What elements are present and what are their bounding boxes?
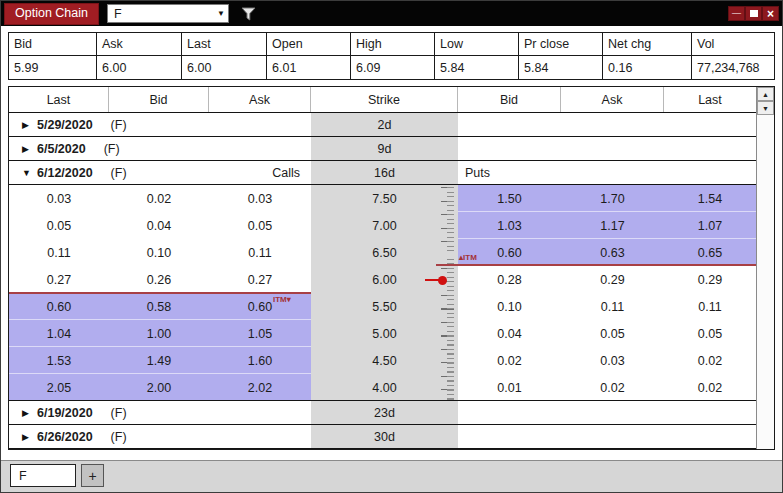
expand-arrow-icon[interactable]: ▶ (22, 120, 37, 130)
call-bid-cell[interactable]: 0.26 (109, 266, 209, 293)
quote-header-net-chg: Net chg (603, 33, 692, 56)
put-ask-cell[interactable]: 1.70 (561, 185, 664, 212)
maximize-button[interactable] (745, 6, 762, 21)
put-ask-cell[interactable]: 0.03 (561, 347, 664, 374)
scroll-down-button[interactable]: ▼ (757, 101, 774, 115)
put-last-cell[interactable]: 0.02 (664, 374, 756, 401)
put-ask-cell[interactable]: 0.29 (561, 266, 664, 293)
put-last-cell[interactable]: 0.65 (664, 239, 756, 266)
add-tab-button[interactable]: + (81, 464, 104, 487)
call-last-cell[interactable]: 0.60 (9, 293, 109, 320)
call-bid-cell[interactable]: 2.00 (109, 374, 209, 401)
call-bid-cell[interactable]: 1.49 (109, 347, 209, 374)
chain-header-call-bid[interactable]: Bid (109, 87, 209, 112)
call-ask-cell[interactable]: 1.60 (209, 347, 311, 374)
puts-label-cell (458, 401, 756, 424)
close-button[interactable]: × (762, 6, 779, 21)
put-ask-cell[interactable]: 0.11 (561, 293, 664, 320)
option-row: 1.531.491.604.500.020.030.02 (9, 347, 756, 374)
call-ask-cell[interactable]: 0.05 (209, 212, 311, 239)
call-bid-cell[interactable]: 0.58 (109, 293, 209, 320)
puts-section-label: Puts (465, 166, 490, 180)
scroll-up-button[interactable]: ▲ (757, 87, 774, 101)
expiration-label: ▶6/19/2020(F) (9, 401, 311, 424)
put-ask-cell[interactable]: 1.17 (561, 212, 664, 239)
expiration-row-6-19-2020[interactable]: ▶6/19/2020(F)23d (9, 400, 756, 425)
call-itm-boundary-line (9, 292, 311, 294)
quote-header-pr-close: Pr close (519, 33, 603, 56)
put-bid-cell[interactable]: 0.04 (458, 320, 561, 347)
put-ask-cell[interactable]: 0.63 (561, 239, 664, 266)
call-last-cell[interactable]: 0.03 (9, 185, 109, 212)
put-bid-cell[interactable]: 1.50 (458, 185, 561, 212)
expand-arrow-icon[interactable]: ▶ (22, 432, 37, 442)
put-last-cell[interactable]: 1.54 (664, 185, 756, 212)
puts-label-cell (458, 137, 756, 160)
put-ask-cell[interactable]: 0.05 (561, 320, 664, 347)
expiration-row-6-5-2020[interactable]: ▶6/5/2020(F)9d (9, 136, 756, 161)
chevron-down-icon: ▼ (217, 9, 225, 18)
option-row: 0.600.580.605.500.100.110.11 (9, 293, 756, 320)
call-last-cell[interactable]: 0.05 (9, 212, 109, 239)
expiration-label: ▶6/26/2020(F) (9, 425, 311, 448)
call-last-cell[interactable]: 2.05 (9, 374, 109, 401)
underlying-symbol: (F) (111, 118, 127, 132)
expand-arrow-icon[interactable]: ▼ (22, 168, 37, 178)
put-last-cell[interactable]: 0.11 (664, 293, 756, 320)
call-last-cell[interactable]: 0.11 (9, 239, 109, 266)
call-last-cell[interactable]: 1.53 (9, 347, 109, 374)
put-bid-cell[interactable]: 0.10 (458, 293, 561, 320)
tab-f[interactable]: F (10, 464, 76, 487)
chain-header-call-last[interactable]: Last (9, 87, 109, 112)
last-price-dot (438, 276, 447, 285)
call-ask-cell[interactable]: 2.02 (209, 374, 311, 401)
call-ask-cell[interactable]: 1.05 (209, 320, 311, 347)
expiration-row-6-12-2020[interactable]: ▼6/12/2020(F)Calls16dPuts (9, 160, 756, 185)
days-to-expiration: 9d (311, 137, 458, 160)
put-bid-cell[interactable]: 0.01 (458, 374, 561, 401)
put-last-cell[interactable]: 0.29 (664, 266, 756, 293)
call-ask-cell[interactable]: 0.03 (209, 185, 311, 212)
quote-value-last: 6.00 (182, 56, 267, 79)
call-bid-cell[interactable]: 1.00 (109, 320, 209, 347)
chain-header-call-ask[interactable]: Ask (209, 87, 311, 112)
call-last-cell[interactable]: 1.04 (9, 320, 109, 347)
put-last-cell[interactable]: 0.02 (664, 347, 756, 374)
chain-scrollbar[interactable]: ▲ ▼ (756, 87, 774, 449)
chain-header-strike[interactable]: Strike (311, 87, 458, 112)
window-controls: — × (728, 6, 779, 21)
minimize-button[interactable]: — (728, 6, 745, 21)
call-last-cell[interactable]: 0.27 (9, 266, 109, 293)
expand-arrow-icon[interactable]: ▶ (22, 408, 37, 418)
chain-header-put-last[interactable]: Last (664, 87, 756, 112)
put-last-cell[interactable]: 0.05 (664, 320, 756, 347)
expiration-date: 5/29/2020 (37, 118, 93, 132)
put-bid-cell[interactable]: 0.02 (458, 347, 561, 374)
call-bid-cell[interactable]: 0.02 (109, 185, 209, 212)
put-last-cell[interactable]: 1.07 (664, 212, 756, 239)
put-bid-cell[interactable]: 0.28 (458, 266, 561, 293)
quote-value-row: 5.996.006.006.016.095.845.840.1677,234,7… (9, 56, 774, 79)
call-ask-cell[interactable]: 0.27 (209, 266, 311, 293)
filter-button[interactable] (241, 7, 256, 21)
calls-section-label: Calls (272, 166, 311, 180)
days-to-expiration: 30d (311, 425, 458, 448)
quote-value-open: 6.01 (267, 56, 351, 79)
strike-ruler (436, 185, 458, 401)
call-bid-cell[interactable]: 0.04 (109, 212, 209, 239)
symbol-dropdown[interactable]: F ▼ (107, 4, 229, 23)
scroll-down-icon: ▼ (762, 105, 769, 112)
expand-arrow-icon[interactable]: ▶ (22, 144, 37, 154)
call-ask-cell[interactable]: 0.60 (209, 293, 311, 320)
chain-header-put-ask[interactable]: Ask (561, 87, 664, 112)
expiration-row-6-26-2020[interactable]: ▶6/26/2020(F)30d (9, 424, 756, 449)
put-ask-cell[interactable]: 0.02 (561, 374, 664, 401)
expiration-row-5-29-2020[interactable]: ▶5/29/2020(F)2d (9, 112, 756, 137)
close-icon: × (767, 8, 774, 20)
call-ask-cell[interactable]: 0.11 (209, 239, 311, 266)
chain-header-put-bid[interactable]: Bid (458, 87, 561, 112)
put-bid-cell[interactable]: 1.03 (458, 212, 561, 239)
quote-value-low: 5.84 (435, 56, 519, 79)
call-bid-cell[interactable]: 0.10 (109, 239, 209, 266)
expiration-label: ▼6/12/2020(F)Calls (9, 161, 311, 184)
